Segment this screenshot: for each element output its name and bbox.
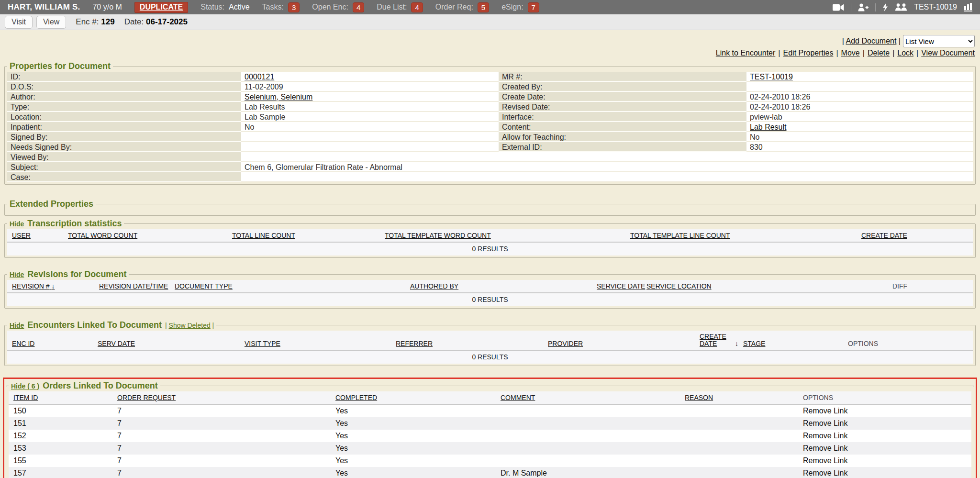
add-document-link[interactable]: Add Document — [846, 37, 897, 45]
prop-label: Viewed By: — [7, 152, 241, 162]
mr-number-link[interactable]: TEST-10019 — [750, 73, 793, 81]
order-row: 157 7 Yes Dr. M Sample Remove Link — [9, 467, 971, 478]
prop-label: Signed By: — [7, 132, 241, 142]
column-header-create-date[interactable]: CREATE DATE — [861, 232, 907, 239]
column-header-enc-id[interactable]: ENC ID — [12, 340, 34, 347]
remove-link[interactable]: Remove Link — [803, 419, 847, 428]
prop-label: Revised Date: — [499, 102, 746, 112]
author-link[interactable]: Selenium, Selenium — [245, 93, 312, 101]
remove-link[interactable]: Remove Link — [803, 432, 847, 440]
enc-number-value: 129 — [101, 17, 114, 26]
order-completed: Yes — [335, 469, 348, 478]
column-header-provider[interactable]: PROVIDER — [548, 340, 583, 347]
column-header-visit-type[interactable]: VISIT TYPE — [245, 340, 280, 347]
order-row: 153 7 Yes Remove Link — [9, 442, 971, 455]
column-header-create-date[interactable]: CREATE DATE — [700, 333, 730, 347]
remove-link[interactable]: Remove Link — [803, 407, 847, 415]
orders-hide-link[interactable]: Hide ( 6 ) — [11, 382, 39, 390]
lightning-icon[interactable] — [882, 3, 888, 11]
lock-link[interactable]: Lock — [897, 49, 913, 57]
property-row: Author: Selenium, Selenium Create Date: … — [7, 92, 973, 102]
content-link[interactable]: Lab Result — [750, 123, 787, 131]
order-req-label: Order Req: — [435, 3, 473, 11]
esign-indicator: eSign: 7 — [501, 2, 539, 12]
patient-name: HART, WILLIAM S. — [8, 2, 80, 12]
property-row: ID: 0000121 MR #: TEST-10019 — [7, 72, 973, 82]
prop-label: Created By: — [499, 82, 746, 92]
column-header-service-location[interactable]: SERVICE LOCATION — [646, 282, 712, 290]
duplicate-badge[interactable]: DUPLICATE — [134, 2, 188, 13]
column-header-total-line-count[interactable]: TOTAL LINE COUNT — [232, 232, 295, 239]
encounters-hide-link[interactable]: Hide — [10, 322, 24, 329]
document-id-link[interactable]: 0000121 — [245, 73, 274, 81]
due-list-count-badge[interactable]: 4 — [411, 2, 423, 12]
person-add-icon[interactable] — [858, 3, 869, 11]
column-header-item-id[interactable]: ITEM ID — [13, 394, 38, 401]
order-request: 7 — [117, 419, 122, 428]
people-icon[interactable] — [895, 3, 907, 11]
column-header-order-request[interactable]: ORDER REQUEST — [117, 394, 176, 401]
tasks-count-badge[interactable]: 3 — [288, 2, 300, 12]
transcription-hide-link[interactable]: Hide — [10, 220, 24, 228]
column-header-document-type[interactable]: DOCUMENT TYPE — [175, 282, 233, 290]
order-request: 7 — [117, 432, 122, 440]
revisions-hide-link[interactable]: Hide — [10, 271, 24, 278]
remove-link[interactable]: Remove Link — [803, 469, 847, 478]
property-row: Inpatient: No Content: Lab Result — [7, 122, 973, 132]
prop-value: Selenium, Selenium — [241, 92, 499, 102]
view-document-link[interactable]: View Document — [921, 49, 975, 57]
document-actions-row-1: Add Document List View — [4, 35, 975, 47]
delete-link[interactable]: Delete — [868, 49, 890, 57]
column-header-serv-date[interactable]: SERV DATE — [98, 340, 135, 347]
column-header-completed[interactable]: COMPLETED — [335, 394, 377, 401]
column-header-referrer[interactable]: REFERRER — [396, 340, 433, 347]
prop-label: Allow for Teaching: — [499, 132, 746, 142]
column-header-reason[interactable]: REASON — [685, 394, 713, 401]
due-list-label: Due List: — [377, 3, 407, 11]
show-deleted-link[interactable]: Show Deleted — [169, 322, 211, 329]
prop-value: 02-24-2010 18:26 — [746, 92, 973, 102]
esign-count-badge[interactable]: 7 — [528, 2, 539, 12]
prop-label: MR #: — [499, 72, 746, 82]
column-header-comment[interactable]: COMMENT — [501, 394, 535, 401]
link-to-encounter-link[interactable]: Link to Encounter — [716, 49, 776, 57]
sort-descending-icon[interactable]: ↓ — [51, 282, 55, 290]
prop-value: Lab Sample — [241, 112, 499, 122]
video-camera-icon[interactable] — [833, 4, 844, 11]
revisions-legend: Hide Revisions for Document — [7, 269, 129, 279]
column-header-revision-datetime[interactable]: REVISION DATE/TIME — [99, 282, 168, 290]
edit-properties-link[interactable]: Edit Properties — [783, 49, 834, 57]
remove-link[interactable]: Remove Link — [803, 456, 847, 465]
column-header-stage[interactable]: STAGE — [743, 340, 765, 347]
visit-button[interactable]: Visit — [5, 16, 33, 29]
orders-legend: Hide ( 6 ) Orders Linked To Document — [9, 381, 160, 391]
order-req-count-badge[interactable]: 5 — [478, 2, 489, 12]
column-header-total-word-count[interactable]: TOTAL WORD COUNT — [68, 232, 137, 239]
orders-table-body: 150 7 Yes Remove Link 151 7 Yes R — [9, 405, 971, 478]
view-mode-select[interactable]: List View — [903, 35, 975, 47]
view-button[interactable]: View — [36, 16, 66, 29]
prop-label: Needs Signed By: — [7, 142, 241, 152]
move-link[interactable]: Move — [841, 49, 860, 57]
revisions-header-row: REVISION # ↓ REVISION DATE/TIME DOCUMENT… — [7, 280, 973, 293]
remove-link[interactable]: Remove Link — [803, 444, 847, 453]
order-completed: Yes — [335, 444, 348, 453]
order-item-id: 151 — [13, 419, 26, 428]
prop-value: No — [241, 122, 499, 132]
column-header-authored-by[interactable]: AUTHORED BY — [410, 282, 458, 290]
column-header-total-template-line-count[interactable]: TOTAL TEMPLATE LINE COUNT — [630, 232, 730, 239]
order-req-indicator: Order Req: 5 — [435, 2, 489, 12]
sort-descending-icon[interactable]: ↓ — [735, 340, 738, 347]
bar-chart-icon[interactable] — [964, 3, 972, 11]
order-completed: Yes — [335, 407, 348, 415]
order-completed: Yes — [335, 419, 348, 428]
properties-legend: Properties for Document — [7, 61, 113, 71]
column-header-user[interactable]: USER — [12, 232, 31, 239]
open-enc-count-badge[interactable]: 4 — [353, 2, 364, 12]
divider — [875, 3, 876, 11]
column-header-revision-number[interactable]: REVISION # ↓ — [12, 282, 55, 290]
column-header-total-template-word-count[interactable]: TOTAL TEMPLATE WORD COUNT — [385, 232, 491, 239]
prop-label: Inpatient: — [7, 122, 241, 132]
column-header-service-date[interactable]: SERVICE DATE — [597, 282, 645, 290]
add-document-wrap: Add Document — [842, 37, 901, 45]
